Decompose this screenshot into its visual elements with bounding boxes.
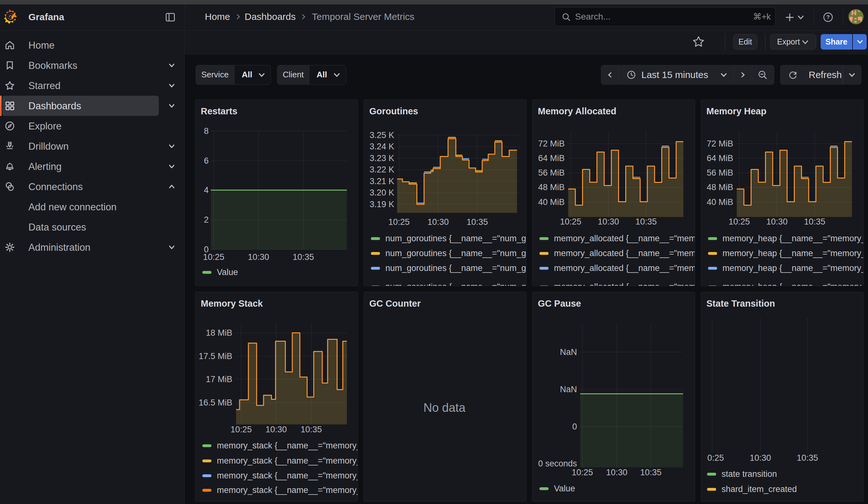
- svg-text:?: ?: [826, 14, 829, 20]
